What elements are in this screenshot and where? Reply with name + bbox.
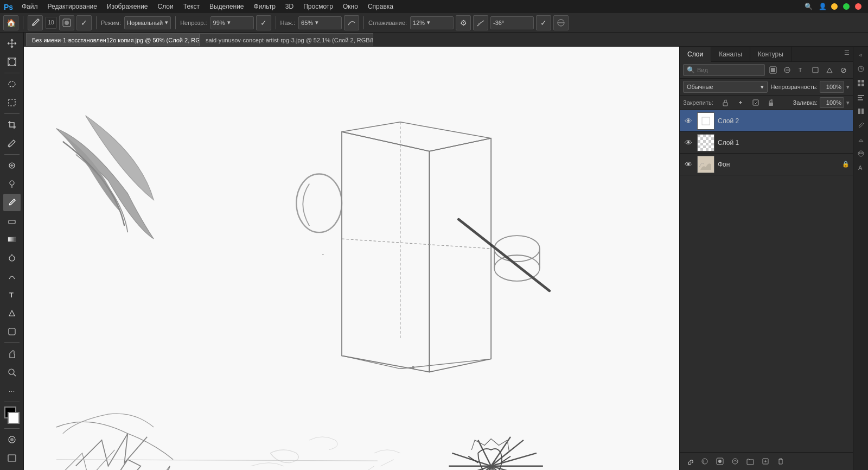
svg-text:T: T [799, 67, 802, 73]
home-button[interactable]: 🏠 [3, 15, 18, 30]
lock-artboard-button[interactable] [750, 97, 761, 108]
symmetry-icon[interactable] [553, 15, 569, 30]
menu-window[interactable]: Окно [339, 2, 362, 11]
gradient-tool[interactable] [3, 231, 21, 248]
curve-icon[interactable] [344, 15, 359, 30]
close-button[interactable] [855, 3, 861, 10]
layer-filter-type-icon[interactable]: T [795, 64, 807, 76]
menu-layers[interactable]: Слои [154, 2, 178, 11]
minimize-button[interactable] [831, 3, 838, 10]
pen-tool[interactable] [3, 268, 21, 285]
strip-color-icon[interactable] [855, 148, 867, 160]
strip-grid-icon[interactable] [855, 77, 867, 89]
eyedropper-tool[interactable] [3, 135, 21, 152]
opacity-toggle[interactable]: ✓ [256, 15, 271, 30]
layer-blend-dropdown[interactable]: Обычные ▾ [683, 81, 768, 93]
eraser-tool[interactable] [3, 212, 21, 230]
layer-opacity-value[interactable]: 100% [820, 81, 844, 93]
select-tool[interactable] [3, 94, 21, 111]
paths-tab[interactable]: Контуры [750, 47, 792, 62]
layer-filter-smart-icon[interactable] [824, 64, 835, 76]
layer-2-visibility[interactable]: 👁 [683, 116, 694, 126]
path-select-tool[interactable] [3, 304, 21, 322]
brush-tool[interactable] [3, 194, 21, 211]
menu-filter[interactable]: Фильтр [250, 2, 280, 11]
tab-2[interactable]: said-yunusov-concept-artist-rpg-3.jpg @ … [200, 33, 373, 46]
search-icon[interactable]: 🔍 [803, 1, 814, 12]
menu-view[interactable]: Просмотр [299, 2, 337, 11]
brush-picker-button[interactable] [59, 15, 74, 30]
zoom-tool[interactable] [3, 364, 21, 381]
crop-tool[interactable] [3, 116, 21, 134]
settings-icon[interactable]: ⚙ [456, 15, 471, 30]
strip-history-icon[interactable] [855, 63, 867, 75]
shape-tool[interactable] [3, 323, 21, 340]
move-tool[interactable] [3, 35, 21, 52]
menu-help[interactable]: Справка [363, 2, 398, 11]
menu-3d[interactable]: 3D [281, 2, 298, 11]
layer-search-box[interactable]: 🔍 [683, 64, 765, 76]
layer-item-1[interactable]: 👁 [680, 132, 853, 154]
screen-mode-button[interactable] [3, 449, 21, 467]
quick-mask-button[interactable] [3, 431, 21, 448]
layer-item-2[interactable]: 👁 Слой 2 [680, 110, 853, 132]
type-tool[interactable]: T [3, 286, 21, 303]
link-layers-button[interactable] [683, 455, 696, 468]
layer-filter-shape-icon[interactable] [809, 64, 821, 76]
hand-tool[interactable] [3, 345, 21, 363]
extra-tools[interactable]: ··· [3, 382, 21, 399]
panel-menu-icon[interactable]: ☰ [841, 47, 853, 59]
angle-icon[interactable] [473, 15, 488, 30]
strip-collapse-btn[interactable]: « [855, 49, 867, 61]
bg-visibility[interactable]: 👁 [683, 159, 694, 170]
clone-stamp-tool[interactable] [3, 175, 21, 193]
tab-1[interactable]: Без имени-1-восстановлен12о копия.jpg @ … [26, 33, 200, 46]
toggle-button[interactable]: ✓ [76, 15, 92, 30]
menu-select[interactable]: Выделение [205, 2, 248, 11]
fill-value[interactable]: 100% [820, 97, 844, 108]
symmetry-button[interactable]: ✓ [536, 15, 551, 30]
dodge-tool[interactable] [3, 249, 21, 266]
add-style-button[interactable]: f [698, 455, 711, 468]
strip-char-icon[interactable]: A [855, 162, 867, 174]
new-layer-button[interactable] [759, 455, 772, 468]
lasso-tool[interactable] [3, 75, 21, 93]
menu-image[interactable]: Изображение [103, 2, 152, 11]
add-mask-button[interactable] [713, 455, 726, 468]
channels-tab[interactable]: Каналы [711, 47, 750, 62]
menu-edit[interactable]: Редактирование [43, 2, 101, 11]
layer-filter-toggle[interactable]: ⊘ [838, 64, 850, 76]
menu-file[interactable]: Файл [17, 2, 42, 11]
layer-1-visibility[interactable]: 👁 [683, 137, 694, 148]
smoothing-dropdown[interactable]: 12% ▾ [410, 16, 454, 29]
menu-text[interactable]: Текст [179, 2, 204, 11]
pressure-dropdown[interactable]: 65% ▾ [298, 16, 342, 29]
adjustment-button[interactable] [729, 455, 742, 468]
color-selector[interactable] [3, 407, 21, 424]
layer-filter-adjust-icon[interactable] [781, 64, 793, 76]
layers-tab[interactable]: Слои [680, 47, 711, 62]
lock-all-button[interactable] [765, 97, 776, 108]
lock-position-button[interactable] [735, 97, 746, 108]
layer-filter-pixel-icon[interactable] [767, 64, 779, 76]
spot-heal-tool[interactable] [3, 157, 21, 174]
user-icon[interactable]: 👤 [817, 1, 828, 12]
maximize-button[interactable] [843, 3, 850, 10]
strip-clone-icon[interactable] [855, 134, 867, 145]
strip-library-icon[interactable] [855, 105, 867, 117]
strip-properties-icon[interactable] [855, 91, 867, 103]
strip-brush-icon[interactable] [855, 119, 867, 131]
layer-item-bg[interactable]: 👁 Фон 🔒 [680, 154, 853, 175]
background-color[interactable] [8, 412, 20, 424]
transform-tool[interactable] [3, 53, 21, 71]
blend-mode-dropdown[interactable]: Нормальный ▾ [124, 16, 171, 29]
delete-layer-button[interactable] [774, 455, 787, 468]
brush-tool-icon[interactable] [28, 15, 43, 30]
brush-size[interactable]: 10 [45, 17, 57, 29]
layer-search-input[interactable] [697, 67, 761, 73]
folder-button[interactable] [744, 455, 757, 468]
lock-pixels-button[interactable] [720, 97, 731, 108]
angle-dropdown[interactable]: -36° [490, 16, 534, 29]
canvas-area[interactable] [24, 47, 679, 470]
opacity-dropdown[interactable]: 99% ▾ [210, 16, 254, 29]
